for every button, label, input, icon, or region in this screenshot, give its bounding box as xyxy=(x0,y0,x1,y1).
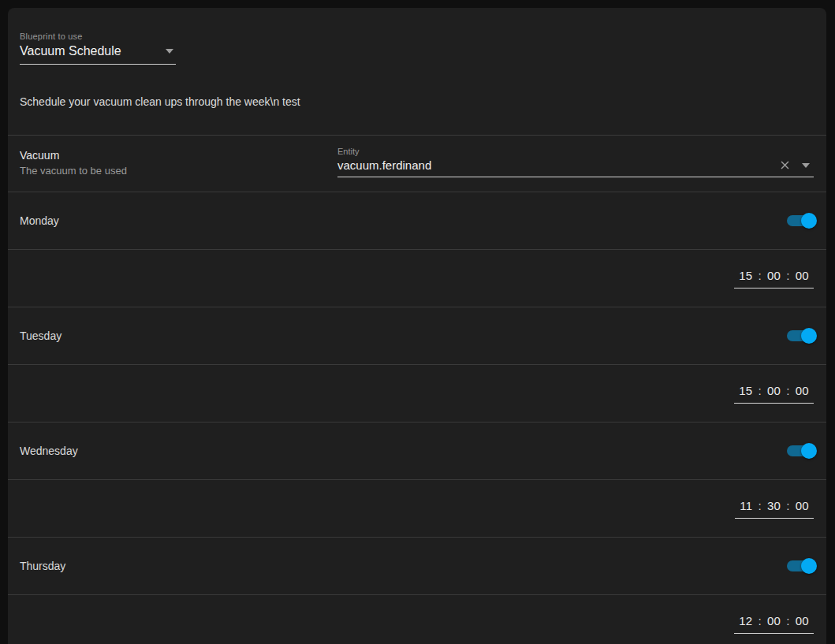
day-label: Monday xyxy=(20,214,59,227)
time-separator: : xyxy=(758,499,761,512)
vacuum-entity-labels: Vacuum The vacuum to be used xyxy=(20,136,337,192)
time-minutes[interactable]: 00 xyxy=(767,384,781,397)
monday-toggle[interactable] xyxy=(787,215,814,226)
day-row-monday: Monday xyxy=(8,192,826,249)
tuesday-toggle[interactable] xyxy=(787,330,814,341)
vacuum-row-title: Vacuum xyxy=(20,149,337,162)
day-row-wednesday: Wednesday xyxy=(8,422,826,479)
blueprint-description: Schedule your vacuum clean ups through t… xyxy=(20,95,814,108)
time-seconds[interactable]: 00 xyxy=(796,269,809,282)
entity-picker-label: Entity xyxy=(337,147,814,156)
monday-time-input[interactable]: 15 : 00 : 00 xyxy=(734,269,814,288)
time-separator: : xyxy=(786,269,789,282)
chevron-down-icon xyxy=(166,49,173,54)
vacuum-row-subtitle: The vacuum to be used xyxy=(20,165,337,177)
day-row-thursday: Thursday xyxy=(8,537,826,594)
time-seconds[interactable]: 00 xyxy=(796,614,809,627)
time-separator: : xyxy=(758,614,761,627)
entity-dropdown-icon[interactable] xyxy=(802,163,810,168)
time-separator: : xyxy=(786,384,789,397)
day-row-tuesday: Tuesday xyxy=(8,307,826,364)
time-minutes[interactable]: 30 xyxy=(767,499,781,512)
wednesday-toggle[interactable] xyxy=(787,445,814,456)
toggle-thumb xyxy=(801,558,817,574)
time-row-wednesday: 11 : 30 : 00 xyxy=(8,479,826,537)
toggle-thumb xyxy=(801,328,817,344)
time-separator: : xyxy=(786,499,789,512)
day-label: Wednesday xyxy=(20,445,78,457)
time-row-monday: 15 : 00 : 00 xyxy=(8,249,826,307)
time-hours[interactable]: 15 xyxy=(739,384,752,397)
clear-entity-icon[interactable] xyxy=(778,158,792,172)
time-separator: : xyxy=(758,384,761,397)
toggle-thumb xyxy=(801,443,817,459)
time-hours[interactable]: 15 xyxy=(739,269,752,282)
time-hours[interactable]: 11 xyxy=(740,499,752,512)
thursday-toggle[interactable] xyxy=(787,560,814,571)
blueprint-config-card: Blueprint to use Vacuum Schedule Schedul… xyxy=(8,8,826,644)
blueprint-header: Blueprint to use Vacuum Schedule Schedul… xyxy=(8,8,826,135)
time-seconds[interactable]: 00 xyxy=(796,499,809,512)
time-hours[interactable]: 12 xyxy=(739,614,752,627)
time-separator: : xyxy=(786,614,789,627)
vacuum-entity-row: Vacuum The vacuum to be used Entity xyxy=(8,135,826,192)
tuesday-time-input[interactable]: 15 : 00 : 00 xyxy=(734,384,814,404)
day-label: Tuesday xyxy=(20,329,62,342)
blueprint-select-label: Blueprint to use xyxy=(20,32,814,41)
blueprint-select[interactable]: Vacuum Schedule xyxy=(20,44,176,65)
entity-input[interactable] xyxy=(337,158,778,172)
wednesday-time-input[interactable]: 11 : 30 : 00 xyxy=(735,499,814,519)
entity-picker-field[interactable] xyxy=(337,158,814,177)
time-separator: : xyxy=(758,269,761,282)
thursday-time-input[interactable]: 12 : 00 : 00 xyxy=(734,614,814,634)
time-minutes[interactable]: 00 xyxy=(767,269,781,282)
toggle-thumb xyxy=(801,213,817,229)
time-row-thursday: 12 : 00 : 00 xyxy=(8,594,826,644)
time-row-tuesday: 15 : 00 : 00 xyxy=(8,364,826,422)
day-label: Thursday xyxy=(20,560,65,572)
time-seconds[interactable]: 00 xyxy=(796,384,809,397)
blueprint-select-value: Vacuum Schedule xyxy=(20,44,121,58)
entity-picker: Entity xyxy=(337,136,814,192)
time-minutes[interactable]: 00 xyxy=(767,614,781,627)
